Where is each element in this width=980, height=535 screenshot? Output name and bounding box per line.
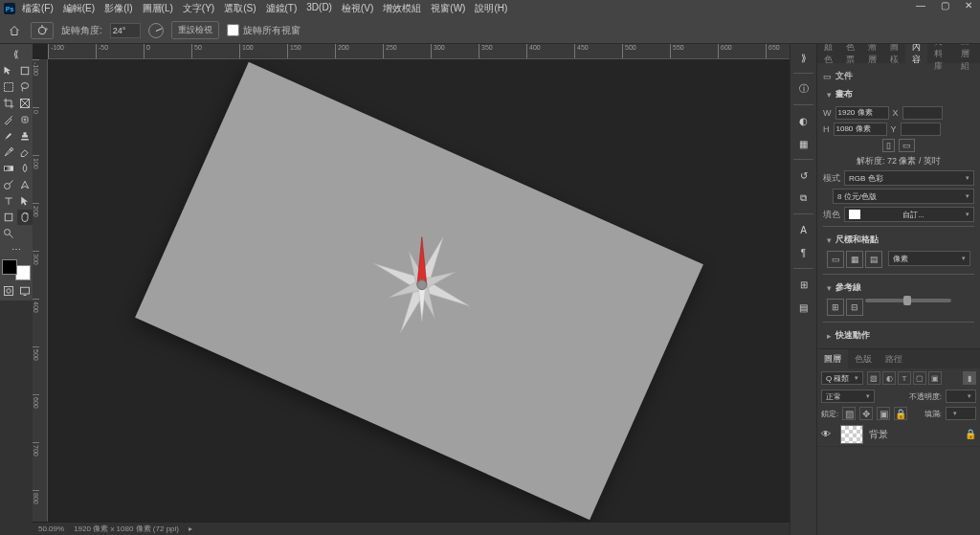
reset-view-button[interactable]: 重設檢視 [171, 21, 219, 39]
menu-影像(I)[interactable]: 影像(I) [100, 2, 137, 15]
guides-slider[interactable] [865, 299, 951, 302]
grid-toggle-icon[interactable]: ▦ [846, 251, 863, 268]
path-select-tool[interactable] [17, 193, 33, 209]
gradient-tool[interactable] [1, 161, 16, 176]
layers-tab-色版[interactable]: 色版 [848, 349, 879, 368]
history-icon[interactable]: ↺ [794, 166, 813, 185]
color-swatches[interactable] [2, 259, 31, 280]
dodge-tool[interactable] [1, 177, 16, 192]
expand-panels-icon[interactable]: ⟫ [794, 48, 813, 67]
lasso-tool[interactable] [17, 79, 33, 95]
collapse-toolbar[interactable]: ⟪ [1, 47, 32, 62]
artboard[interactable] [135, 61, 703, 519]
menu-圖層(L)[interactable]: 圖層(L) [138, 2, 178, 15]
menu-文字(Y)[interactable]: 文字(Y) [178, 2, 219, 15]
background-color[interactable] [15, 265, 31, 280]
screen-mode[interactable] [17, 283, 33, 299]
move-tool[interactable] [1, 63, 16, 78]
guide-icon-2[interactable]: ⊟ [846, 299, 863, 316]
panel-tab-圖層組[interactable]: 圖層組 [954, 44, 981, 63]
orientation-portrait-icon[interactable]: ▯ [882, 139, 895, 152]
height-input[interactable]: 1080 像素 [834, 123, 887, 136]
panel-tab-資料庫[interactable]: 資料庫 [927, 44, 954, 63]
artboard-tool[interactable] [17, 63, 33, 78]
color-mode-select[interactable]: RGB 色彩 [844, 170, 974, 186]
menu-說明(H)[interactable]: 說明(H) [470, 2, 512, 15]
ruler-horizontal[interactable]: -100-50050100150200250300350400450500550… [48, 44, 790, 59]
panel-tab-內容[interactable]: 內容 [905, 44, 927, 63]
shape-tool[interactable] [1, 210, 16, 225]
rotate-view-tool-icon[interactable] [31, 22, 54, 39]
type-tool[interactable] [1, 193, 16, 209]
marquee-tool[interactable] [1, 79, 16, 95]
window-minimize[interactable]: — [912, 0, 929, 11]
layer-kind-select[interactable]: Q 種類 [821, 371, 863, 385]
zoom-tool[interactable] [1, 226, 16, 241]
width-input[interactable]: 1920 像素 [835, 106, 889, 120]
filter-shape-icon[interactable]: ▢ [913, 371, 926, 385]
filter-type-icon[interactable]: T [898, 371, 911, 385]
window-maximize[interactable]: ▢ [937, 0, 953, 11]
panel-tab-漸層[interactable]: 漸層 [861, 44, 883, 63]
lock-pixels-icon[interactable]: ▨ [842, 407, 856, 420]
frame-tool[interactable] [17, 96, 33, 111]
angle-input[interactable]: 24° [110, 23, 141, 38]
layers-tab-圖層[interactable]: 圖層 [817, 349, 848, 368]
history-brush-tool[interactable] [1, 145, 16, 160]
notes-icon[interactable]: ▤ [794, 298, 813, 317]
status-chevron-icon[interactable]: ▸ [189, 524, 192, 533]
hand-tool[interactable] [17, 210, 33, 225]
lock-position-icon[interactable]: ✥ [859, 407, 873, 420]
edit-toolbar[interactable]: ⋯ [1, 242, 32, 257]
angle-dial[interactable] [148, 23, 164, 38]
eraser-tool[interactable] [17, 145, 33, 160]
character-panel-icon[interactable]: A [794, 220, 813, 239]
filter-smart-icon[interactable]: ▣ [928, 371, 942, 385]
crop-tool[interactable] [1, 96, 16, 111]
glyphs-icon[interactable]: ⊞ [794, 275, 813, 294]
x-input[interactable] [902, 106, 943, 120]
panel-tab-色票[interactable]: 色票 [839, 44, 861, 63]
menu-3D(D)[interactable]: 3D(D) [301, 2, 337, 15]
filter-pixel-icon[interactable]: ▧ [867, 371, 880, 385]
guides-toggle-icon[interactable]: ▤ [865, 251, 882, 268]
menu-增效模組[interactable]: 增效模組 [378, 2, 426, 15]
menu-濾鏡(T)[interactable]: 濾鏡(T) [261, 2, 302, 15]
home-button[interactable] [6, 22, 23, 39]
brush-tool[interactable] [1, 128, 16, 144]
foreground-color[interactable] [2, 259, 17, 275]
paragraph-panel-icon[interactable]: ¶ [794, 243, 813, 262]
zoom-level[interactable]: 50.09% [38, 524, 64, 533]
quickmask-toggle[interactable] [1, 283, 16, 299]
ruler-vertical[interactable]: -1000100200300400500600700800900 [33, 59, 48, 522]
layer-row[interactable]: 👁背景🔒 [817, 422, 980, 447]
lock-icon[interactable]: 🔒 [965, 429, 976, 439]
orientation-landscape-icon[interactable]: ▭ [899, 139, 915, 152]
panel-tab-顏色[interactable]: 顏色 [817, 44, 839, 63]
bit-depth-select[interactable]: 8 位元/色版 [833, 189, 974, 204]
menu-檔案(F)[interactable]: 檔案(F) [17, 2, 58, 15]
lock-all-icon[interactable]: 🔒 [894, 407, 907, 420]
eyedropper-tool[interactable] [1, 112, 16, 127]
ruler-toggle-icon[interactable]: ▭ [827, 251, 844, 268]
document-info[interactable]: 1920 像素 x 1080 像素 (72 ppi) [74, 524, 179, 534]
layer-thumbnail[interactable] [840, 425, 863, 444]
menu-視窗(W)[interactable]: 視窗(W) [426, 2, 470, 15]
fill-select[interactable]: 自訂... [844, 207, 974, 222]
styles-icon[interactable]: ▦ [794, 134, 813, 153]
guide-icon-1[interactable]: ⊞ [827, 299, 844, 316]
layers-tab-路徑[interactable]: 路徑 [879, 349, 909, 368]
lock-artboard-icon[interactable]: ▣ [877, 407, 890, 420]
y-input[interactable] [901, 123, 941, 136]
ruler-unit-select[interactable]: 像素 [888, 251, 970, 266]
rotate-all-checkbox[interactable]: 旋轉所有視窗 [227, 24, 301, 37]
adjustments-icon[interactable]: ◐ [794, 111, 813, 130]
stamp-tool[interactable] [17, 128, 33, 144]
pen-tool[interactable] [17, 177, 33, 192]
filter-adjust-icon[interactable]: ◐ [882, 371, 896, 385]
menu-檢視(V)[interactable]: 檢視(V) [337, 2, 378, 15]
visibility-icon[interactable]: 👁 [821, 429, 835, 439]
help-icon[interactable]: ⓘ [794, 79, 813, 99]
filter-toggle[interactable]: ▮ [963, 371, 976, 385]
healing-tool[interactable] [17, 112, 33, 127]
